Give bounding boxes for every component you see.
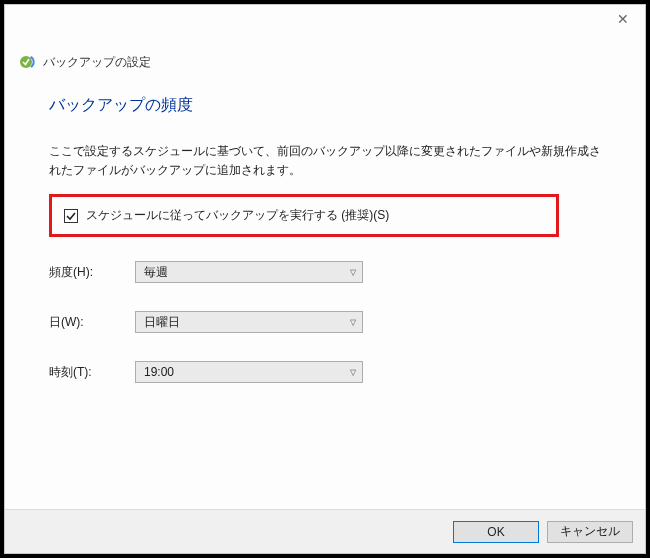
day-value: 日曜日: [144, 314, 180, 331]
chevron-down-icon: ▽: [350, 318, 356, 327]
content-area: バックアップの頻度 ここで設定するスケジュールに基づいて、前回のバックアップ以降…: [49, 95, 611, 411]
chevron-down-icon: ▽: [350, 268, 356, 277]
svg-point-0: [20, 56, 32, 68]
dialog-footer: OK キャンセル: [5, 509, 645, 553]
description-text: ここで設定するスケジュールに基づいて、前回のバックアップ以降に変更されたファイル…: [49, 142, 611, 180]
schedule-checkbox-label: スケジュールに従ってバックアップを実行する (推奨)(S): [86, 207, 389, 224]
day-dropdown[interactable]: 日曜日 ▽: [135, 311, 363, 333]
time-dropdown[interactable]: 19:00 ▽: [135, 361, 363, 383]
time-value: 19:00: [144, 365, 174, 379]
cancel-button-label: キャンセル: [560, 523, 620, 540]
row-day: 日(W): 日曜日 ▽: [49, 311, 611, 333]
cancel-button[interactable]: キャンセル: [547, 521, 633, 543]
chevron-down-icon: ▽: [350, 368, 356, 377]
backup-settings-icon: [19, 53, 37, 71]
schedule-checkbox[interactable]: [64, 209, 78, 223]
row-time: 時刻(T): 19:00 ▽: [49, 361, 611, 383]
ok-button[interactable]: OK: [453, 521, 539, 543]
dialog-window: ✕ バックアップの設定 バックアップの頻度 ここで設定するスケジュールに基づいて…: [4, 4, 646, 554]
time-label: 時刻(T):: [49, 364, 135, 381]
frequency-dropdown[interactable]: 毎週 ▽: [135, 261, 363, 283]
day-label: 日(W):: [49, 314, 135, 331]
frequency-label: 頻度(H):: [49, 264, 135, 281]
check-icon: [65, 210, 77, 222]
window-title: バックアップの設定: [43, 54, 151, 71]
close-icon[interactable]: ✕: [617, 11, 629, 27]
frequency-value: 毎週: [144, 264, 168, 281]
page-title: バックアップの頻度: [49, 95, 611, 116]
row-frequency: 頻度(H): 毎週 ▽: [49, 261, 611, 283]
ok-button-label: OK: [487, 525, 504, 539]
highlight-box: スケジュールに従ってバックアップを実行する (推奨)(S): [49, 194, 559, 237]
window-header: バックアップの設定: [19, 53, 151, 71]
